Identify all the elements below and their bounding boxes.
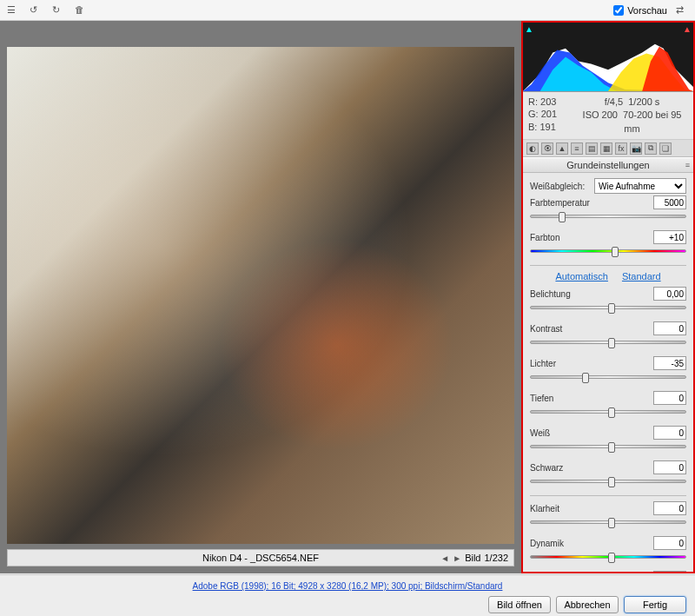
tab-basic-icon[interactable]: ◐ bbox=[526, 142, 539, 155]
preview-label: Vorschau bbox=[627, 5, 667, 16]
temp-slider[interactable] bbox=[530, 215, 686, 218]
highlight-clip-icon[interactable]: ▲ bbox=[683, 24, 692, 34]
g-value: 201 bbox=[541, 109, 557, 119]
exposure-slider[interactable] bbox=[530, 306, 686, 309]
tab-split-icon[interactable]: ▤ bbox=[586, 142, 598, 155]
tint-value[interactable] bbox=[653, 230, 686, 244]
top-toolbar: ☰ ↺ ↻ 🗑 Vorschau ⇄ bbox=[0, 0, 695, 21]
clarity-label: Klarheit bbox=[530, 504, 591, 513]
temp-value[interactable] bbox=[653, 195, 686, 209]
counter-value: 1/232 bbox=[484, 553, 508, 563]
highlights-slider[interactable] bbox=[530, 375, 686, 379]
tab-presets-icon[interactable]: ⧉ bbox=[645, 142, 657, 155]
cancel-button[interactable]: Abbrechen bbox=[556, 596, 619, 613]
auto-link[interactable]: Automatisch bbox=[555, 271, 608, 282]
tint-slider[interactable] bbox=[530, 249, 686, 253]
exposure-label: Belichtung bbox=[530, 289, 591, 299]
blacks-value[interactable] bbox=[653, 460, 686, 474]
clarity-value[interactable] bbox=[653, 501, 686, 515]
preview-checkbox[interactable] bbox=[613, 5, 624, 16]
tint-label: Farbton bbox=[530, 233, 591, 242]
vibrance-value[interactable] bbox=[653, 536, 686, 550]
tab-curve-icon[interactable]: ⦿ bbox=[541, 142, 553, 155]
tab-camera-icon[interactable]: 📷 bbox=[630, 142, 642, 155]
tab-lens-icon[interactable]: ▦ bbox=[600, 142, 612, 155]
counter-label: Bild bbox=[465, 553, 480, 563]
highlights-label: Lichter bbox=[530, 359, 591, 368]
panel-tabs: ◐ ⦿ ▲ ≡ ▤ ▦ fx 📷 ⧉ ❏ bbox=[523, 140, 693, 157]
shadows-value[interactable] bbox=[653, 391, 686, 405]
rotate-cw-icon[interactable]: ↻ bbox=[52, 4, 64, 17]
blacks-slider[interactable] bbox=[530, 480, 686, 483]
wb-select[interactable]: Wie Aufnahme bbox=[594, 178, 686, 194]
open-image-button[interactable]: Bild öffnen bbox=[488, 596, 551, 613]
next-image-button[interactable]: ► bbox=[453, 553, 461, 563]
info-readout: R: 203 G: 201 B: 191 f/4,5 1/200 s ISO 2… bbox=[523, 92, 693, 140]
panel-header: Grundeinstellungen ≡ bbox=[523, 157, 693, 173]
panel-menu-icon[interactable]: ≡ bbox=[685, 161, 690, 169]
photo-preview[interactable] bbox=[7, 47, 514, 544]
filename-label: Nikon D4 - _DSC5654.NEF bbox=[202, 553, 319, 563]
contrast-slider[interactable] bbox=[530, 341, 686, 344]
blacks-label: Schwarz bbox=[530, 463, 591, 473]
b-value: 191 bbox=[539, 122, 555, 132]
iso-value: ISO 200 bbox=[583, 109, 618, 120]
vibrance-slider[interactable] bbox=[530, 555, 686, 559]
adjustments-panel: ▲ ▲ R: 203 G: 201 B: 191 f/4,5 1/200 s I… bbox=[521, 21, 695, 573]
aperture-value: f/4,5 bbox=[605, 96, 623, 107]
done-button[interactable]: Fertig bbox=[624, 596, 686, 613]
shadows-slider[interactable] bbox=[530, 410, 686, 414]
tab-fx-icon[interactable]: fx bbox=[615, 142, 627, 155]
preview-area: Nikon D4 - _DSC5654.NEF ◄ ► Bild 1/232 bbox=[0, 21, 521, 573]
histogram[interactable]: ▲ ▲ bbox=[523, 23, 693, 92]
shadow-clip-icon[interactable]: ▲ bbox=[525, 24, 533, 34]
exposure-value[interactable] bbox=[653, 287, 686, 301]
tab-snapshots-icon[interactable]: ❏ bbox=[659, 142, 672, 155]
wb-label: Weißabgleich: bbox=[530, 182, 591, 191]
default-link[interactable]: Standard bbox=[622, 271, 661, 282]
lens-value: 70-200 bei 95 mm bbox=[623, 109, 681, 133]
tab-hsl-icon[interactable]: ≡ bbox=[571, 142, 583, 155]
list-view-icon[interactable]: ☰ bbox=[7, 4, 19, 17]
whites-value[interactable] bbox=[653, 426, 686, 440]
rotate-ccw-icon[interactable]: ↺ bbox=[30, 4, 42, 17]
prev-image-button[interactable]: ◄ bbox=[440, 553, 449, 563]
contrast-value[interactable] bbox=[653, 321, 686, 335]
tab-detail-icon[interactable]: ▲ bbox=[556, 142, 568, 155]
clarity-slider[interactable] bbox=[530, 520, 686, 524]
swap-icon[interactable]: ⇄ bbox=[676, 4, 688, 17]
whites-slider[interactable] bbox=[530, 445, 686, 448]
highlights-value[interactable] bbox=[653, 356, 686, 370]
r-value: 203 bbox=[540, 96, 556, 107]
contrast-label: Kontrast bbox=[530, 324, 591, 334]
shutter-value: 1/200 s bbox=[628, 96, 659, 107]
saturation-value[interactable] bbox=[653, 571, 686, 572]
vibrance-label: Dynamik bbox=[530, 539, 591, 548]
shadows-label: Tiefen bbox=[530, 394, 591, 403]
temp-label: Farbtemperatur bbox=[530, 198, 591, 208]
whites-label: Weiß bbox=[530, 428, 591, 438]
trash-icon[interactable]: 🗑 bbox=[75, 4, 87, 17]
workflow-link[interactable]: Adobe RGB (1998); 16 Bit; 4928 x 3280 (1… bbox=[193, 581, 503, 591]
bottom-bar: Adobe RGB (1998); 16 Bit; 4928 x 3280 (1… bbox=[0, 574, 695, 616]
file-bar: Nikon D4 - _DSC5654.NEF ◄ ► Bild 1/232 bbox=[7, 549, 514, 566]
